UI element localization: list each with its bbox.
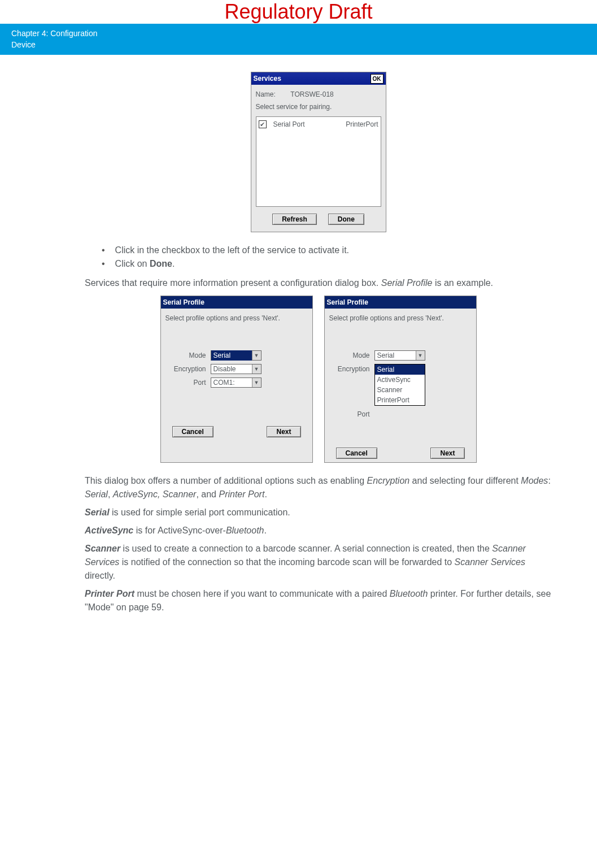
- chevron-down-icon[interactable]: ▼: [416, 351, 425, 360]
- sp-left-title: Serial Profile: [163, 297, 204, 307]
- chevron-down-icon[interactable]: ▼: [252, 364, 261, 374]
- port-combo[interactable]: COM1:▼: [211, 377, 262, 388]
- next-button-r[interactable]: Next: [430, 448, 464, 459]
- service-profile: PrinterPort: [346, 119, 378, 129]
- refresh-button[interactable]: Refresh: [272, 214, 317, 225]
- dropdown-option-printerport[interactable]: PrinterPort: [375, 395, 425, 405]
- mode-combo[interactable]: Serial▼: [211, 350, 262, 361]
- chapter-line1: Chapter 4: Configuration: [11, 28, 586, 40]
- done-button[interactable]: Done: [328, 214, 364, 225]
- sp-right-title: Serial Profile: [327, 297, 368, 307]
- bullet-2-bold: Done: [150, 259, 172, 268]
- services-title: Services: [254, 73, 281, 84]
- cancel-button-r[interactable]: Cancel: [336, 448, 377, 459]
- bullet-2-pre: Click on: [115, 259, 150, 268]
- sp-right-instr: Select profile options and press 'Next'.: [329, 312, 472, 324]
- name-label: Name:: [256, 90, 276, 98]
- mode-value: Serial: [211, 350, 252, 361]
- port-value: COM1:: [211, 377, 252, 388]
- bullet-1: Click in the checkbox to the left of the…: [102, 244, 552, 257]
- serial-profile-dialog-right: Serial Profile Select profile options an…: [324, 296, 477, 463]
- dropdown-option-serial[interactable]: Serial: [375, 364, 425, 375]
- para-scanner: Scanner is used to create a connection t…: [85, 542, 552, 583]
- service-name: Serial Port: [273, 119, 305, 129]
- mode-dropdown-list[interactable]: Serial ActiveSync Scanner PrinterPort: [374, 364, 425, 406]
- chapter-line2: Device: [11, 40, 586, 51]
- mode-value-r: Serial: [375, 350, 416, 361]
- mode-combo-r[interactable]: Serial▼: [374, 350, 425, 361]
- para-serial: Serial is used for simple serial port co…: [85, 506, 552, 519]
- para-activesync: ActiveSync is for ActiveSync-over-Blueto…: [85, 524, 552, 537]
- mode-label: Mode: [165, 350, 211, 361]
- para1-ital: Serial Profile: [381, 278, 433, 288]
- bullet-2-post: .: [172, 259, 175, 268]
- checkbox-icon[interactable]: ✔: [259, 120, 267, 128]
- port-label-r: Port: [329, 409, 374, 419]
- services-titlebar: Services OK: [251, 72, 386, 85]
- para-printerport: Printer Port must be chosen here if you …: [85, 587, 552, 614]
- dropdown-option-scanner[interactable]: Scanner: [375, 385, 425, 395]
- serial-profile-dialog-left: Serial Profile Select profile options an…: [160, 296, 313, 463]
- encryption-value: Disable: [211, 364, 252, 374]
- chapter-header: Chapter 4: Configuration Device: [0, 24, 597, 55]
- name-value: TORSWE-018: [290, 90, 333, 98]
- services-dialog: Services OK Name: TORSWE-018 Select serv…: [251, 72, 386, 232]
- cancel-button[interactable]: Cancel: [172, 426, 213, 437]
- para1-pre: Services that require more information p…: [85, 278, 381, 288]
- para1-post: is an example.: [432, 278, 493, 288]
- para-services-info: Services that require more information p…: [85, 276, 552, 290]
- sp-left-instr: Select profile options and press 'Next'.: [165, 312, 308, 324]
- encryption-label-r: Encryption: [329, 364, 374, 374]
- dropdown-option-activesync[interactable]: ActiveSync: [375, 375, 425, 385]
- sp-right-titlebar: Serial Profile: [325, 296, 476, 309]
- draft-banner: Regulatory Draft: [0, 0, 597, 24]
- bullet-2: Click on Done.: [102, 257, 552, 271]
- encryption-label: Encryption: [165, 364, 211, 374]
- service-row[interactable]: ✔ Serial Port PrinterPort: [259, 119, 378, 129]
- next-button[interactable]: Next: [267, 426, 300, 437]
- encryption-combo[interactable]: Disable▼: [211, 364, 262, 374]
- services-instruction: Select service for pairing.: [256, 101, 381, 113]
- sp-left-titlebar: Serial Profile: [161, 296, 312, 309]
- services-listbox[interactable]: ✔ Serial Port PrinterPort: [256, 116, 381, 207]
- chevron-down-icon[interactable]: ▼: [252, 378, 261, 387]
- ok-button[interactable]: OK: [371, 74, 384, 84]
- port-label: Port: [165, 377, 211, 388]
- mode-label-r: Mode: [329, 350, 374, 361]
- chevron-down-icon[interactable]: ▼: [252, 351, 261, 360]
- para-options: This dialog box offers a number of addit…: [85, 474, 552, 501]
